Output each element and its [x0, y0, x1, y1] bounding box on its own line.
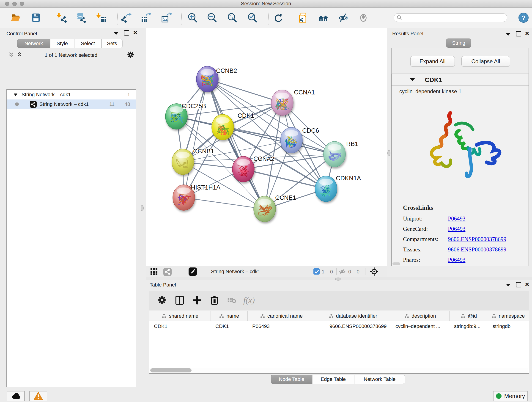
delete-column-icon[interactable] — [209, 295, 220, 306]
refresh-icon[interactable] — [273, 12, 283, 23]
zoom-in-icon[interactable] — [187, 12, 198, 23]
column-header-canonical-name[interactable]: canonical name — [248, 311, 315, 321]
left-splitter-handle[interactable] — [141, 205, 144, 211]
edge-HIST1H1A-CCNE1[interactable] — [184, 198, 265, 209]
network-node-CCNA2[interactable] — [232, 156, 254, 182]
panel-close-icon[interactable]: ✕ — [525, 282, 530, 287]
panel-float-icon[interactable] — [124, 30, 129, 36]
add-column-icon[interactable] — [192, 295, 203, 306]
warning-status-button[interactable] — [29, 391, 47, 401]
panel-close-icon[interactable]: ✕ — [525, 31, 530, 36]
network-node-CCNE1[interactable] — [254, 196, 276, 222]
column-header-name[interactable]: name — [211, 311, 248, 321]
network-node-CCNB2[interactable] — [196, 66, 218, 92]
grid-view-icon[interactable] — [150, 268, 158, 276]
zoom-selected-icon[interactable] — [247, 12, 258, 23]
crosshair-fit-icon[interactable] — [370, 267, 379, 276]
selected-checkbox-icon[interactable] — [313, 268, 320, 274]
search-input[interactable] — [402, 15, 501, 21]
crosslink-link[interactable]: P06493 — [448, 216, 465, 222]
control-tab-network[interactable]: Network — [17, 39, 50, 48]
edge-CCNB2-CCNA1[interactable] — [207, 79, 282, 103]
network-node-CDKN1A[interactable] — [315, 176, 337, 202]
table-horizontal-scrollbar[interactable] — [149, 368, 528, 373]
crosslink-label: Uniprot: — [403, 216, 448, 222]
cloud-status-button[interactable] — [7, 391, 25, 401]
hidden-eye-slash-icon[interactable] — [339, 268, 346, 275]
column-header-shared-name[interactable]: shared name — [149, 311, 211, 321]
fit-content-icon[interactable] — [227, 12, 237, 23]
help-button[interactable]: ? — [519, 13, 529, 23]
home-network-icon[interactable] — [318, 12, 329, 23]
crosslink-link[interactable]: P06493 — [448, 257, 465, 263]
column-header-namespace[interactable]: namespace — [488, 311, 528, 321]
scrollbar-thumb[interactable] — [150, 368, 191, 372]
import-network-file-icon[interactable] — [57, 12, 67, 23]
open-session-icon[interactable] — [10, 12, 21, 23]
crosslink-link[interactable]: P06493 — [448, 226, 465, 232]
memory-button[interactable]: Memory — [493, 391, 528, 401]
control-tab-style[interactable]: Style — [50, 39, 74, 48]
column-header-@id[interactable]: @id — [450, 311, 488, 321]
results-scrollbar-thumb[interactable] — [393, 262, 400, 265]
network-graph[interactable]: CCNB2CCNA1CDC25BCDK1CDC6RB1CCNB1CCNA2CDK… — [146, 28, 387, 266]
copy-style-icon[interactable] — [298, 12, 308, 23]
export-table-icon[interactable] — [141, 12, 151, 23]
crosslink-link[interactable]: 9606.ENSP00000378699 — [448, 246, 506, 253]
window-title: Session: New Session — [0, 0, 532, 7]
node-label-CCNA2: CCNA2 — [253, 155, 274, 162]
network-share-gray-icon[interactable] — [163, 268, 172, 276]
cell-@id[interactable]: stringdb:9... — [450, 323, 488, 329]
network-row-selected[interactable]: String Network – cdk1 11 48 — [7, 99, 136, 109]
network-node-CDK1[interactable] — [212, 114, 234, 140]
table-tab-network-table[interactable]: Network Table — [354, 375, 405, 384]
tab-string[interactable]: String — [446, 38, 471, 48]
panel-collapse-icon[interactable] — [506, 33, 510, 36]
table-tab-node-table[interactable]: Node Table — [271, 375, 312, 384]
collapse-all-networks-icon[interactable] — [8, 52, 14, 58]
cell-shared-name[interactable]: CDK1 — [149, 323, 211, 329]
select-columns-icon[interactable] — [175, 295, 185, 306]
expand-all-networks-icon[interactable] — [17, 52, 22, 58]
control-tab-sets[interactable]: Sets — [101, 39, 123, 48]
network-node-CCNB1[interactable] — [172, 149, 194, 175]
show-all-eye-icon[interactable] — [358, 12, 369, 23]
table-options-gear-icon[interactable] — [157, 295, 168, 306]
collapse-all-button[interactable]: Collapse All — [462, 56, 510, 67]
export-network-icon[interactable] — [121, 12, 132, 23]
network-node-CCNA1[interactable] — [271, 90, 293, 115]
column-header-description[interactable]: description — [391, 311, 450, 321]
save-session-icon[interactable] — [31, 12, 41, 23]
node-label-HIST1H1A: HIST1H1A — [191, 184, 220, 191]
search-box — [394, 13, 507, 22]
cell-database-identifier[interactable]: 9606.ENSP00000378699 — [315, 323, 391, 329]
zoom-out-icon[interactable] — [207, 12, 217, 23]
cell-name[interactable]: CDK1 — [211, 323, 248, 329]
panel-collapse-icon[interactable] — [506, 284, 510, 287]
network-collection-row[interactable]: String Network – cdk1 1 — [7, 90, 136, 99]
export-image-icon[interactable] — [161, 12, 172, 23]
cell-namespace[interactable]: stringdb — [488, 323, 528, 329]
cell-description[interactable]: cyclin–dependent ... — [391, 323, 450, 329]
crosslink-link[interactable]: 9606.ENSP00000378699 — [448, 236, 506, 242]
panel-close-icon[interactable]: ✕ — [133, 30, 138, 35]
tree-expand-icon[interactable] — [13, 93, 18, 96]
network-canvas[interactable]: CCNB2CCNA1CDC25BCDK1CDC6RB1CCNB1CCNA2CDK… — [146, 28, 387, 266]
column-header-database-identifier[interactable]: database identifier — [315, 311, 391, 321]
table-row[interactable]: CDK1CDK1P064939606.ENSP00000378699cyclin… — [149, 321, 529, 332]
network-node-RB1[interactable] — [323, 141, 346, 167]
node-collapse-icon[interactable] — [410, 78, 415, 81]
birdseye-view-icon[interactable] — [189, 268, 197, 276]
expand-all-button[interactable]: Expand All — [410, 56, 455, 67]
network-node-CDC6[interactable] — [280, 128, 302, 153]
hide-unselected-eye-slash-icon[interactable] — [338, 12, 348, 23]
table-tab-edge-table[interactable]: Edge Table — [312, 375, 354, 384]
panel-collapse-icon[interactable] — [114, 32, 119, 35]
panel-float-icon[interactable] — [516, 31, 521, 36]
import-network-database-icon[interactable] — [76, 12, 87, 23]
panel-float-icon[interactable] — [516, 282, 521, 287]
import-table-icon[interactable] — [96, 12, 107, 23]
control-tab-select[interactable]: Select — [74, 39, 101, 48]
cell-canonical-name[interactable]: P06493 — [248, 323, 315, 329]
network-options-gear-icon[interactable] — [127, 51, 134, 59]
